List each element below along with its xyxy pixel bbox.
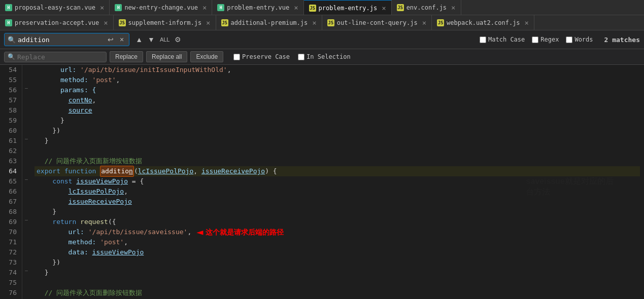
close-icon[interactable]: ×: [104, 19, 108, 27]
line-num-56: 56: [3, 85, 17, 95]
matches-count: 2 matches: [604, 36, 640, 44]
preserve-case-checkbox[interactable]: [233, 54, 240, 60]
fold-56[interactable]: −: [22, 85, 30, 95]
js-icon: JS: [327, 19, 334, 26]
line-num-60: 60: [3, 126, 17, 136]
close-icon[interactable]: ×: [525, 19, 529, 27]
search-row: 🔍 ↩ × ▲ ▼ ALL ⚙ Match Case Regex Words 2…: [0, 30, 644, 49]
close-icon[interactable]: ×: [202, 4, 207, 12]
vue-icon: H: [5, 19, 12, 26]
preserve-case-option[interactable]: Preserve Case: [233, 53, 290, 60]
tab-out-line-cont-query[interactable]: JS out-line-cont-query.js ×: [322, 15, 432, 30]
code-line-58: source: [35, 105, 640, 116]
match-case-label: Match Case: [488, 36, 525, 43]
toggle-options-button[interactable]: ALL: [158, 34, 172, 45]
line-num-76: 76: [3, 288, 17, 298]
preserve-case-label: Preserve Case: [242, 53, 290, 60]
line-num-57: 57: [3, 95, 17, 105]
search-input[interactable]: [18, 36, 104, 44]
tab-problem-entry-vue[interactable]: H problem-entry.vue ×: [212, 0, 303, 15]
search-options: Match Case Regex Words 2 matches: [480, 36, 640, 44]
tab-env-conf[interactable]: JS env.conf.js ×: [392, 0, 461, 15]
settings-icon[interactable]: ⚙: [173, 34, 183, 45]
line-num-62: 62: [3, 146, 17, 156]
tab-supplement-inform[interactable]: JS supplement-inform.js ×: [114, 15, 216, 30]
close-icon[interactable]: ×: [206, 19, 210, 27]
tab-webpack-uat2[interactable]: JS webpack.uat2.conf.js ×: [432, 15, 534, 30]
vue-icon: H: [217, 4, 224, 11]
js-icon: JS: [309, 5, 316, 12]
js-icon: JS: [119, 19, 126, 26]
code-line-67: issueReceivePojo: [35, 197, 640, 207]
fold-74[interactable]: −: [22, 268, 30, 278]
clear-search-icon[interactable]: ×: [118, 34, 126, 45]
line-numbers: 54 55 56 57 58 59 60 61 62 63 64 65 66 6…: [0, 65, 22, 299]
fold-65[interactable]: −: [22, 176, 30, 186]
line-num-74: 74: [3, 268, 17, 278]
code-line-54: url: '/api/tb/issue/initIssueInputWithOl…: [35, 65, 640, 75]
tab-bar-top: H proposal-easy-scan.vue × H new-entry-c…: [0, 0, 644, 15]
tab-bar-second: H preservation-accept.vue × JS supplemen…: [0, 15, 644, 30]
code-line-57: contNo,: [35, 95, 640, 105]
code-line-64: export function addition(lcIssuePolPojo,…: [35, 166, 640, 176]
prev-match-button[interactable]: ▲: [133, 34, 145, 45]
code-line-59: }: [35, 116, 640, 126]
tab-additional-premium[interactable]: JS additional-premium.js ×: [216, 15, 322, 30]
line-num-64: 64: [3, 166, 17, 176]
exclude-button[interactable]: Exclude: [190, 51, 223, 62]
code-line-61: }: [35, 136, 640, 146]
words-label: Words: [574, 36, 593, 43]
tab-label: new-entry-change.vue: [124, 4, 198, 11]
code-line-73: }): [35, 257, 640, 268]
tab-preservation-accept[interactable]: H preservation-accept.vue ×: [0, 15, 114, 30]
close-icon[interactable]: ×: [312, 19, 316, 27]
code-line-68: }: [35, 207, 640, 217]
tab-new-entry-change[interactable]: H new-entry-change.vue ×: [110, 0, 212, 15]
words-option[interactable]: Words: [566, 36, 593, 43]
code-line-62: [35, 146, 640, 156]
tab-proposal-easy-scan[interactable]: H proposal-easy-scan.vue ×: [0, 0, 110, 15]
regex-checkbox[interactable]: [532, 36, 538, 43]
code-line-66: lcIssuePolPojo,: [35, 186, 640, 197]
fold-69[interactable]: −: [22, 217, 30, 227]
in-selection-checkbox[interactable]: [298, 54, 304, 60]
highlight-match: addition: [100, 166, 134, 177]
close-icon[interactable]: ×: [294, 4, 298, 12]
line-num-71: 71: [3, 237, 17, 247]
replace-input[interactable]: [17, 53, 103, 61]
code-line-72: data: issueViewPojo: [35, 247, 640, 257]
nav-buttons: ▲ ▼ ALL ⚙: [133, 34, 183, 45]
close-icon[interactable]: ×: [382, 4, 386, 12]
line-num-54: 54: [3, 65, 17, 75]
code-line-69: return request({: [35, 217, 640, 227]
replace-icon: 🔍: [8, 53, 15, 60]
js-icon: JS: [437, 19, 444, 26]
editor-area: 54 55 56 57 58 59 60 61 62 63 64 65 66 6…: [0, 65, 644, 299]
tab-label: problem-entry.js: [319, 5, 378, 12]
line-num-63: 63: [3, 156, 17, 166]
tab-label: problem-entry.vue: [227, 4, 289, 11]
close-icon[interactable]: ×: [451, 4, 455, 12]
regex-label: Regex: [540, 36, 559, 43]
tab-problem-entry-js[interactable]: JS problem-entry.js ×: [304, 0, 392, 15]
code-line-55: method: 'post',: [35, 75, 640, 85]
line-num-55: 55: [3, 75, 17, 85]
history-icon[interactable]: ↩: [106, 34, 116, 45]
words-checkbox[interactable]: [566, 36, 572, 43]
fold-61[interactable]: −: [22, 136, 30, 146]
code-content: url: '/api/tb/issue/initIssueInputWithOl…: [30, 65, 644, 299]
replace-button[interactable]: Replace: [110, 51, 143, 62]
tab-label: preservation-accept.vue: [15, 19, 99, 26]
line-num-69: 69: [3, 217, 17, 227]
line-num-65: 65: [3, 176, 17, 186]
fold-gutter: − − − − −: [22, 65, 30, 299]
match-case-checkbox[interactable]: [480, 36, 486, 43]
regex-option[interactable]: Regex: [532, 36, 559, 43]
close-icon[interactable]: ×: [100, 4, 104, 12]
close-icon[interactable]: ×: [422, 19, 426, 27]
in-selection-option[interactable]: In Selection: [298, 53, 351, 60]
match-case-option[interactable]: Match Case: [480, 36, 525, 43]
replace-all-button[interactable]: Replace all: [146, 51, 187, 62]
vue-icon: H: [115, 4, 122, 11]
next-match-button[interactable]: ▼: [146, 34, 157, 45]
